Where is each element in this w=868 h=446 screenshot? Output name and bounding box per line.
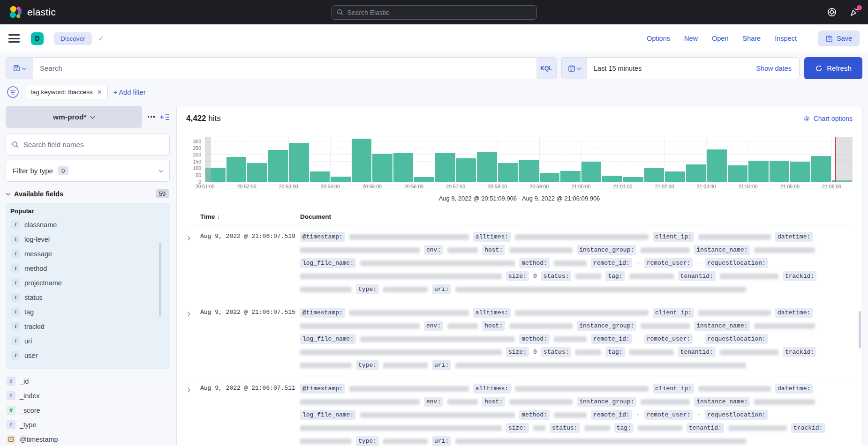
- doc-field-badge[interactable]: instance_group:: [577, 245, 636, 255]
- field-item-message[interactable]: tmessage: [10, 246, 165, 261]
- doc-field-badge[interactable]: remote_id:: [591, 258, 632, 268]
- help-icon[interactable]: [827, 7, 837, 17]
- quick-select-menu-button[interactable]: [562, 58, 587, 79]
- histogram-bar[interactable]: [414, 177, 434, 182]
- doc-field-badge[interactable]: alltimes:: [473, 232, 511, 242]
- doc-field-badge[interactable]: type:: [356, 436, 379, 446]
- doc-field-badge[interactable]: tenantid:: [687, 423, 724, 433]
- field-item-_type[interactable]: t_type: [6, 417, 170, 432]
- histogram-bar[interactable]: [352, 139, 372, 182]
- doc-field-badge[interactable]: datetime:: [775, 308, 813, 318]
- add-filter-link[interactable]: + Add filter: [113, 89, 146, 96]
- histogram-chart[interactable]: 050100150200250300: [186, 137, 853, 182]
- new-link[interactable]: New: [684, 35, 698, 42]
- breadcrumb-discover[interactable]: Discover: [54, 32, 92, 45]
- field-item-_id[interactable]: t_id: [6, 374, 170, 388]
- expand-row-icon[interactable]: [186, 308, 200, 318]
- doc-field-badge[interactable]: tag:: [605, 271, 625, 281]
- histogram-bar[interactable]: [456, 158, 476, 182]
- doc-field-badge[interactable]: remote_user:: [644, 258, 693, 268]
- doc-field-badge[interactable]: tag:: [614, 423, 634, 433]
- expand-row-icon[interactable]: [186, 232, 200, 242]
- doc-field-badge[interactable]: instance_group:: [577, 321, 636, 331]
- doc-field-badge[interactable]: uri:: [432, 360, 451, 370]
- field-item-trackid[interactable]: ttrackid: [10, 319, 165, 334]
- elastic-logo[interactable]: elastic: [8, 5, 56, 19]
- field-item-status[interactable]: tstatus: [10, 290, 165, 305]
- saved-query-menu-button[interactable]: [6, 58, 33, 79]
- global-search[interactable]: [332, 5, 537, 20]
- doc-field-badge[interactable]: env:: [424, 245, 443, 255]
- histogram-bar[interactable]: [811, 156, 831, 182]
- histogram-bar[interactable]: [393, 153, 414, 182]
- doc-field-badge[interactable]: uri:: [432, 284, 451, 294]
- space-avatar[interactable]: D: [31, 32, 44, 45]
- histogram-bar[interactable]: [728, 165, 748, 182]
- field-item-classname[interactable]: tclassname: [10, 217, 165, 232]
- index-options-icon[interactable]: [148, 116, 155, 118]
- doc-field-badge[interactable]: status:: [550, 423, 580, 433]
- doc-field-badge[interactable]: trackid:: [791, 423, 825, 433]
- doc-field-badge[interactable]: env:: [424, 321, 443, 331]
- histogram-bar[interactable]: [372, 154, 392, 182]
- histogram-bar[interactable]: [435, 153, 455, 182]
- histogram-bar[interactable]: [477, 152, 497, 182]
- field-search[interactable]: [6, 134, 170, 156]
- doc-field-badge[interactable]: instance_name:: [694, 321, 750, 331]
- chart-options-button[interactable]: Chart options: [803, 115, 853, 122]
- doc-field-badge[interactable]: instance_group:: [577, 397, 636, 407]
- histogram-bar[interactable]: [268, 150, 288, 182]
- field-search-input[interactable]: [23, 141, 164, 149]
- doc-field-badge[interactable]: remote_id:: [591, 410, 632, 420]
- doc-field-badge[interactable]: client_ip:: [653, 232, 694, 242]
- histogram-bar[interactable]: [560, 171, 581, 182]
- histogram-bar[interactable]: [289, 143, 309, 182]
- doc-field-badge[interactable]: type:: [356, 284, 379, 294]
- histogram-bar[interactable]: [686, 164, 706, 182]
- field-item-projectname[interactable]: tprojectname: [10, 275, 165, 290]
- doc-field-badge[interactable]: tenantid:: [678, 347, 716, 357]
- table-scrollbar[interactable]: [859, 311, 861, 349]
- doc-field-badge[interactable]: trackid:: [783, 271, 816, 281]
- collapse-sidebar-icon[interactable]: [160, 113, 170, 121]
- histogram-bar[interactable]: [310, 171, 330, 182]
- doc-field-badge[interactable]: requestlocation:: [705, 334, 768, 344]
- field-item-log-level[interactable]: tlog-level: [10, 232, 165, 246]
- doc-field-badge[interactable]: method:: [519, 334, 550, 344]
- time-column-header[interactable]: Time↓: [186, 213, 300, 220]
- filter-pill-tag-keyword[interactable]: tag.keyword: lbaccess ✕: [25, 85, 108, 99]
- histogram-bar[interactable]: [665, 171, 685, 182]
- histogram-bar[interactable]: [519, 160, 539, 182]
- field-item-user[interactable]: tuser: [10, 348, 165, 363]
- field-item-_score[interactable]: #_score: [6, 403, 170, 417]
- doc-field-badge[interactable]: host:: [482, 245, 505, 255]
- query-input[interactable]: [33, 58, 536, 79]
- inspect-link[interactable]: Inspect: [775, 35, 797, 42]
- histogram-bar[interactable]: [226, 157, 247, 182]
- histogram-bar[interactable]: [707, 149, 727, 182]
- histogram-bar[interactable]: [748, 161, 769, 182]
- remove-filter-icon[interactable]: ✕: [97, 89, 102, 96]
- doc-field-badge[interactable]: log_file_name:: [300, 334, 356, 344]
- global-search-input[interactable]: [347, 9, 532, 16]
- doc-field-badge[interactable]: size:: [506, 271, 529, 281]
- index-pattern-selector[interactable]: wm-prod*: [6, 106, 142, 128]
- field-item-_index[interactable]: t_index: [6, 388, 170, 403]
- doc-field-badge[interactable]: client_ip:: [653, 308, 694, 318]
- doc-field-badge[interactable]: log_file_name:: [300, 258, 356, 268]
- doc-field-badge[interactable]: instance_name:: [694, 397, 750, 407]
- doc-field-badge[interactable]: @timestamp:: [300, 384, 345, 394]
- save-button[interactable]: Save: [818, 30, 860, 46]
- doc-field-badge[interactable]: method:: [519, 258, 550, 268]
- doc-field-badge[interactable]: client_ip:: [653, 384, 694, 394]
- filter-by-type[interactable]: Filter by type 0: [6, 160, 170, 182]
- doc-field-badge[interactable]: uri:: [432, 436, 451, 446]
- doc-field-badge[interactable]: remote_id:: [591, 334, 632, 344]
- doc-field-badge[interactable]: log_file_name:: [300, 410, 356, 420]
- filter-menu-icon[interactable]: [7, 86, 19, 98]
- open-link[interactable]: Open: [712, 35, 728, 42]
- chart-plot[interactable]: [205, 137, 853, 182]
- histogram-bar[interactable]: [331, 177, 351, 182]
- expand-row-icon[interactable]: [186, 384, 200, 394]
- sort-desc-icon[interactable]: ↓: [217, 213, 220, 220]
